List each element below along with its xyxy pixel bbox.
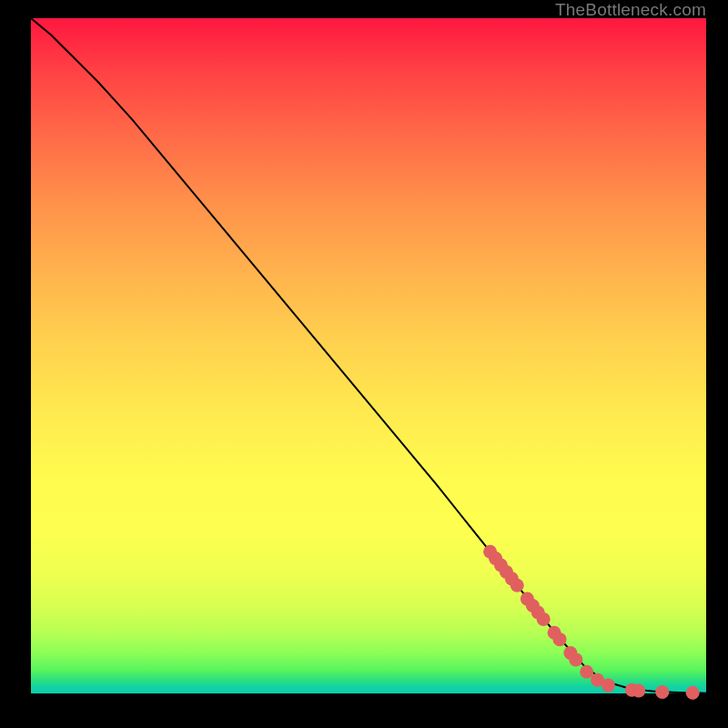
curve-markers bbox=[483, 545, 700, 700]
data-marker bbox=[511, 579, 524, 592]
data-marker bbox=[632, 684, 645, 698]
data-marker bbox=[552, 632, 566, 646]
data-marker bbox=[655, 685, 669, 699]
chart-stage: TheBottleneck.com bbox=[0, 0, 728, 728]
chart-overlay bbox=[31, 18, 706, 693]
curve-line bbox=[31, 18, 706, 693]
data-marker bbox=[602, 679, 615, 693]
data-marker bbox=[580, 665, 593, 679]
data-marker bbox=[537, 612, 551, 626]
data-marker bbox=[686, 686, 700, 700]
attribution-text: TheBottleneck.com bbox=[555, 0, 706, 20]
data-marker bbox=[569, 652, 582, 666]
plot-area bbox=[31, 18, 706, 693]
